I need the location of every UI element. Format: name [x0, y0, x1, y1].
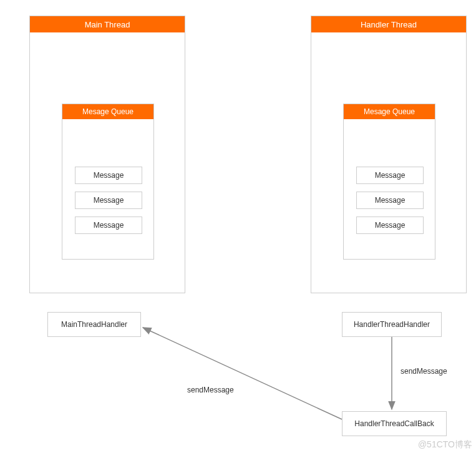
handler-thread-container: Handler Thread Mesage Queue Message Mess… — [311, 16, 467, 293]
main-queue-header: Mesage Queue — [62, 104, 153, 119]
handler-thread-title: Handler Thread — [361, 20, 417, 29]
main-thread-header: Main Thread — [30, 16, 185, 32]
main-message-queue: Mesage Queue Message Message Message — [62, 104, 154, 260]
message-item: Message — [75, 217, 142, 234]
handler-thread-callback-label: HandlerThreadCallBack — [354, 419, 434, 428]
main-thread-container: Main Thread Mesage Queue Message Message… — [29, 16, 185, 293]
main-queue-title: Mesage Queue — [82, 107, 134, 116]
message-item: Message — [356, 167, 424, 184]
message-item: Message — [75, 167, 142, 184]
main-thread-handler-box: MainThreadHandler — [47, 312, 141, 337]
message-item: Message — [75, 192, 142, 209]
handler-queue-header: Mesage Queue — [344, 104, 435, 119]
handler-thread-header: Handler Thread — [311, 16, 466, 32]
watermark: @51CTO博客 — [418, 439, 472, 451]
message-item: Message — [356, 192, 424, 209]
main-thread-title: Main Thread — [85, 20, 130, 29]
handler-thread-handler-box: HandlerThreadHandler — [342, 312, 442, 337]
handler-queue-title: Mesage Queue — [364, 107, 415, 116]
main-thread-handler-label: MainThreadHandler — [61, 320, 127, 329]
send-message-label-diagonal: sendMessage — [187, 386, 234, 394]
handler-thread-handler-label: HandlerThreadHandler — [354, 320, 430, 329]
handler-message-queue: Mesage Queue Message Message Message — [343, 104, 435, 260]
arrow-callback-to-mainhandler — [143, 328, 342, 419]
send-message-label-vertical: sendMessage — [401, 367, 447, 376]
message-item: Message — [356, 217, 424, 234]
handler-thread-callback-box: HandlerThreadCallBack — [342, 411, 447, 436]
